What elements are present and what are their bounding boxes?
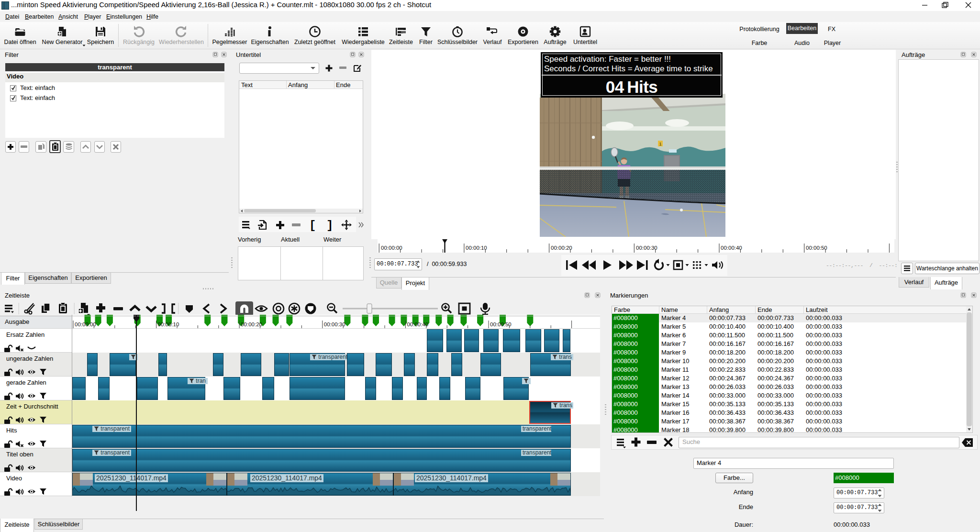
svg-text:00:00:20: 00:00:20 [241,321,262,327]
svg-text:00:00:40: 00:00:40 [407,321,428,327]
svg-text:00:00:20: 00:00:20 [551,245,572,251]
svg-text:00:00:50: 00:00:50 [806,245,827,251]
svg-text:00:00:00: 00:00:00 [381,245,402,251]
svg-text:00:00:10: 00:00:10 [466,245,487,251]
svg-text:1: 1 [659,142,661,146]
svg-text:00:00:50: 00:00:50 [490,321,512,327]
svg-text:00:00:40: 00:00:40 [721,245,742,251]
svg-text:00:00:30: 00:00:30 [636,245,657,251]
svg-text:00:00:00: 00:00:00 [75,321,96,327]
svg-text:00:00:30: 00:00:30 [324,321,345,327]
svg-text:00:00:10: 00:00:10 [158,321,179,327]
